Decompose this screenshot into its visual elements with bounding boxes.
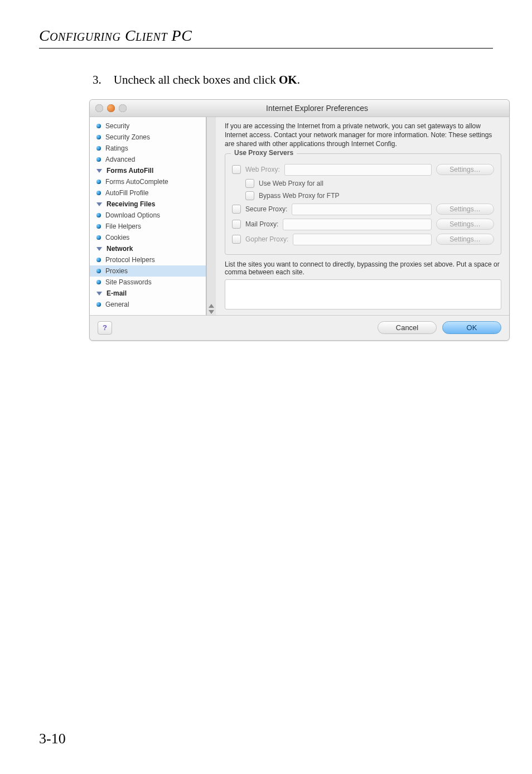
item-bullet-icon [96,191,101,195]
item-bullet-icon [96,157,101,162]
disclosure-triangle-icon [96,169,102,173]
sidebar-group-forms-autofill[interactable]: Forms AutoFill [90,165,206,176]
web-proxy-settings-button[interactable]: Settings… [436,164,494,175]
preferences-sidebar[interactable]: SecuritySecurity ZonesRatingsAdvancedFor… [90,117,206,315]
sidebar-item-advanced[interactable]: Advanced [90,154,206,165]
close-icon[interactable] [95,104,103,112]
zoom-icon[interactable] [119,104,127,112]
secure-proxy-settings-button[interactable]: Settings… [436,204,494,215]
sidebar-item-label: Download Options [105,211,160,219]
preferences-window: Internet Explorer Preferences SecuritySe… [89,99,510,341]
item-bullet-icon [96,124,101,128]
cancel-button[interactable]: Cancel [378,321,437,334]
sidebar-item-label: E-mail [107,289,127,297]
web-proxy-label: Web Proxy: [245,166,280,173]
sidebar-item-ratings[interactable]: Ratings [90,143,206,154]
web-proxy-input[interactable] [284,164,432,176]
minimize-icon[interactable] [107,104,115,112]
sidebar-item-label: Security Zones [105,133,150,141]
sidebar-item-label: Advanced [105,156,135,163]
sidebar-item-label: Proxies [105,267,128,275]
title-divider [39,48,493,49]
mail-proxy-input[interactable] [283,219,432,230]
sidebar-item-label: Protocol Helpers [105,256,155,264]
step-text: Uncheck all check boxes and click OK. [114,73,300,87]
heading-word: Configuring [39,27,120,44]
sidebar-item-label: Receiving Files [107,200,155,208]
scroll-up-icon[interactable] [209,304,214,308]
use-proxy-servers-group: Use Proxy Servers Web Proxy: Settings… U… [225,153,501,255]
sidebar-item-proxies[interactable]: Proxies [90,265,206,277]
item-bullet-icon [96,135,101,139]
mail-proxy-settings-button[interactable]: Settings… [436,219,494,230]
sidebar-item-cookies[interactable]: Cookies [90,232,206,243]
window-titlebar[interactable]: Internet Explorer Preferences [90,100,509,117]
sidebar-item-security-zones[interactable]: Security Zones [90,132,206,143]
item-bullet-icon [96,235,101,240]
item-bullet-icon [96,213,101,217]
page-number: 3-10 [39,731,66,747]
gopher-proxy-settings-button[interactable]: Settings… [436,234,494,245]
sidebar-group-network[interactable]: Network [90,243,206,254]
disclosure-triangle-icon [96,202,102,206]
gopher-proxy-input[interactable] [293,234,432,245]
sidebar-item-site-passwords[interactable]: Site Passwords [90,277,206,288]
sidebar-item-label: Security [105,122,129,130]
sidebar-group-receiving-files[interactable]: Receiving Files [90,199,206,210]
group-legend: Use Proxy Servers [231,149,297,157]
secure-proxy-checkbox[interactable] [232,205,241,214]
bypass-ftp-row: Bypass Web Proxy for FTP [245,191,494,200]
sidebar-item-forms-autocomplete[interactable]: Forms AutoComplete [90,176,206,187]
sidebar-item-label: Forms AutoComplete [105,178,168,186]
intro-text: If you are accessing the Internet from a… [225,122,501,149]
preferences-content: If you are accessing the Internet from a… [216,117,509,315]
sidebar-item-label: Network [107,245,133,253]
item-bullet-icon [96,269,101,273]
gopher-proxy-checkbox[interactable] [232,235,241,244]
sidebar-item-security[interactable]: Security [90,120,206,132]
sidebar-item-label: Forms AutoFill [107,167,153,175]
help-button[interactable]: ? [98,321,112,335]
sidebar-item-download-options[interactable]: Download Options [90,210,206,221]
document-page: Configuring Client PC 3. Uncheck all che… [0,0,532,774]
web-proxy-row: Web Proxy: Settings… [232,164,494,176]
web-proxy-all-row: Use Web Proxy for all [245,179,494,188]
sidebar-scrollbar[interactable] [206,117,216,315]
sidebar-item-label: AutoFill Profile [105,189,148,197]
item-bullet-icon [96,302,101,307]
heading-word: Client [125,27,167,44]
bypass-sites-textarea[interactable] [225,279,501,309]
mail-proxy-checkbox[interactable] [232,220,241,229]
sidebar-item-protocol-helpers[interactable]: Protocol Helpers [90,254,206,265]
instruction-step: 3. Uncheck all check boxes and click OK. [93,73,493,87]
item-bullet-icon [96,146,101,151]
dialog-footer: ? Cancel OK [90,315,509,340]
sidebar-item-label: General [105,301,129,308]
mail-proxy-label: Mail Proxy: [245,220,278,228]
web-proxy-all-label: Use Web Proxy for all [259,180,323,187]
disclosure-triangle-icon [96,247,102,251]
sidebar-item-label: Ratings [105,144,128,152]
secure-proxy-label: Secure Proxy: [245,205,287,213]
item-bullet-icon [96,180,101,184]
gopher-proxy-label: Gopher Proxy: [245,235,288,243]
disclosure-triangle-icon [96,292,102,296]
window-title: Internet Explorer Preferences [130,104,504,113]
bypass-sites-label: List the sites you want to connect to di… [225,260,501,276]
item-bullet-icon [96,258,101,262]
scroll-down-icon[interactable] [209,310,214,314]
item-bullet-icon [96,224,101,229]
sidebar-item-file-helpers[interactable]: File Helpers [90,221,206,232]
gopher-proxy-row: Gopher Proxy: Settings… [232,234,494,245]
secure-proxy-row: Secure Proxy: Settings… [232,204,494,215]
sidebar-item-label: Cookies [105,234,129,241]
ok-button[interactable]: OK [442,321,501,334]
bypass-ftp-checkbox[interactable] [245,191,254,200]
sidebar-item-autofill-profile[interactable]: AutoFill Profile [90,187,206,199]
secure-proxy-input[interactable] [292,204,432,215]
sidebar-group-e-mail[interactable]: E-mail [90,288,206,299]
step-number: 3. [93,73,101,87]
web-proxy-all-checkbox[interactable] [245,179,254,188]
sidebar-item-general[interactable]: General [90,299,206,310]
web-proxy-checkbox[interactable] [232,165,241,174]
